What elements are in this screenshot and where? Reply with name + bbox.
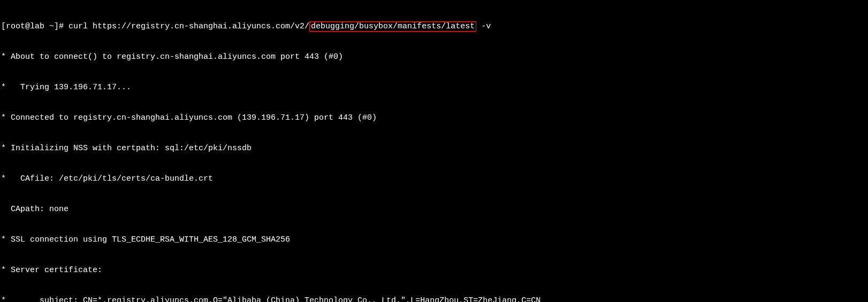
terminal-output: [root@lab ~]# curl https://registry.cn-s…	[0, 0, 868, 302]
out-line: * About to connect() to registry.cn-shan…	[1, 52, 868, 62]
command-line: [root@lab ~]# curl https://registry.cn-s…	[1, 21, 868, 32]
out-line: * Trying 139.196.71.17...	[1, 82, 868, 92]
prompt-prefix: [root@lab ~]# curl https://registry.cn-s…	[1, 22, 309, 31]
prompt-suffix: -v	[476, 22, 491, 31]
url-path-highlight: debugging/busybox/manifests/latest	[309, 21, 476, 32]
out-line: * Connected to registry.cn-shanghai.aliy…	[1, 113, 868, 123]
out-line: * SSL connection using TLS_ECDHE_RSA_WIT…	[1, 235, 868, 245]
out-line: * CAfile: /etc/pki/tls/certs/ca-bundle.c…	[1, 174, 868, 184]
out-line: * subject: CN=*.registry.aliyuncs.com,O=…	[1, 296, 868, 302]
out-line: * Server certificate:	[1, 265, 868, 275]
out-line: CApath: none	[1, 204, 868, 214]
out-line: * Initializing NSS with certpath: sql:/e…	[1, 143, 868, 153]
